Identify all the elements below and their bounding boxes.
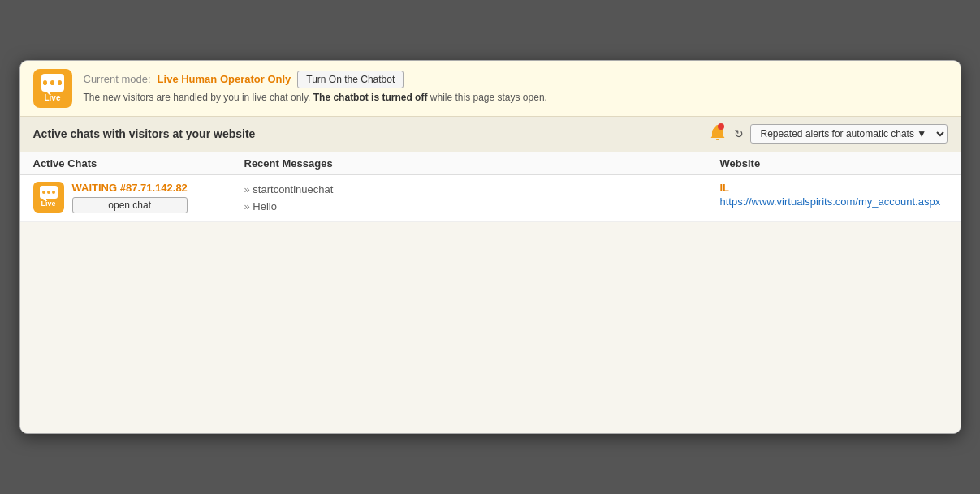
refresh-icon[interactable]: ↻ — [734, 127, 744, 140]
recent-msg-1: startcontinuechat — [244, 182, 720, 199]
recent-messages-cell: startcontinuechat Hello — [244, 182, 720, 216]
sub-text-bold: The chatbot is turned off — [313, 92, 428, 103]
table-row: Live WAITING #87.71.142.82 open chat sta… — [20, 175, 961, 223]
banner-sub-text: The new visitors are handled by you in l… — [84, 92, 547, 103]
open-chat-button[interactable]: open chat — [72, 197, 188, 213]
chat-bubble-icon — [41, 74, 64, 92]
sub-text-after: while this page stays open. — [430, 92, 547, 103]
col-header-website: Website — [720, 157, 948, 170]
column-headers: Active Chats Recent Messages Website — [20, 152, 961, 175]
bell-icon-wrapper — [708, 123, 727, 145]
website-link[interactable]: https://www.virtualspirits.com/my_accoun… — [720, 195, 941, 208]
live-icon: Live — [33, 69, 72, 108]
main-window: Live Current mode: Live Human Operator O… — [19, 60, 961, 435]
col-header-active-chats: Active Chats — [33, 157, 244, 170]
active-chat-cell: Live WAITING #87.71.142.82 open chat — [33, 182, 244, 213]
mode-banner: Live Current mode: Live Human Operator O… — [20, 61, 961, 117]
waiting-label: WAITING — [72, 182, 120, 194]
website-cell: IL https://www.virtualspirits.com/my_acc… — [720, 182, 948, 208]
header-right-controls: ↻ Repeated alerts for automatic chats ▼ — [708, 123, 948, 145]
table-header-bar: Active chats with visitors at your websi… — [20, 117, 961, 152]
col-header-recent-messages: Recent Messages — [244, 157, 720, 170]
chat-status-label: WAITING #87.71.142.82 — [72, 182, 188, 194]
svg-point-0 — [718, 123, 724, 130]
chat-status-icon: Live — [33, 182, 64, 213]
current-mode-label: Current mode: — [84, 73, 151, 85]
chat-bubble-inner — [40, 186, 58, 199]
turn-on-chatbot-button[interactable]: Turn On the Chatbot — [297, 71, 404, 88]
empty-area — [20, 222, 961, 433]
banner-text-block: Current mode: Live Human Operator Only T… — [84, 69, 547, 103]
sub-text-before: The new visitors are handled by you in l… — [84, 92, 311, 103]
website-state: IL — [720, 182, 948, 194]
recent-msg-2: Hello — [244, 199, 720, 216]
bell-icon — [708, 123, 727, 143]
section-title: Active chats with visitors at your websi… — [33, 127, 256, 140]
mode-name: Live Human Operator Only — [158, 73, 291, 85]
alerts-dropdown[interactable]: Repeated alerts for automatic chats ▼ — [750, 124, 948, 144]
mode-line: Current mode: Live Human Operator Only T… — [84, 71, 547, 88]
chat-info: WAITING #87.71.142.82 open chat — [72, 182, 188, 213]
chat-ip: #87.71.142.82 — [120, 182, 188, 194]
